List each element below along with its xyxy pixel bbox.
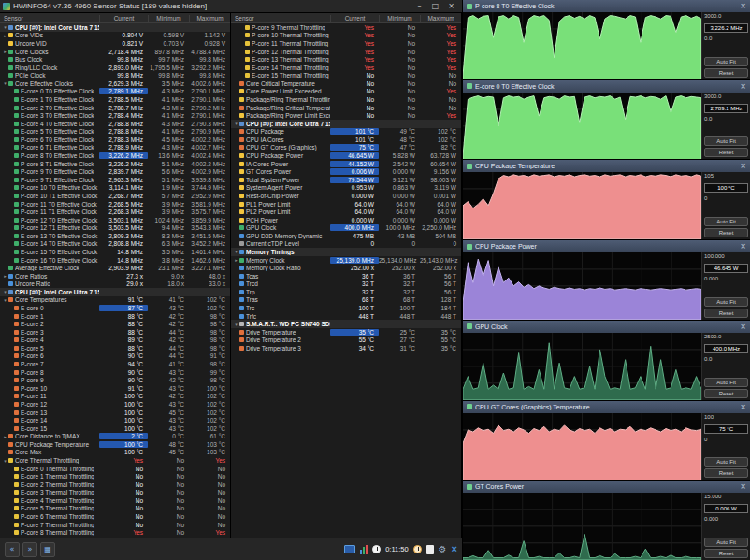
autofit-button[interactable]: Auto Fit <box>704 297 748 307</box>
expander-icon[interactable]: ▾ <box>2 458 8 464</box>
sensor-row[interactable]: P-core 10 Thermal ThrottlingYesNoYes <box>231 32 461 40</box>
graph-close-icon[interactable]: × <box>740 403 746 411</box>
sensor-row[interactable]: PL1 Power Limit64.0 W64.0 W64.0 W <box>231 200 461 208</box>
settings-gear-icon[interactable]: ⚙ <box>439 545 447 554</box>
sensor-row[interactable]: P-core 8 T0 Effective Clock3,226.2 MHz13… <box>0 151 230 160</box>
sensor-row[interactable]: P-core 11100 °C42 °C102 °C <box>0 393 230 401</box>
sensor-row[interactable]: P-core 6 T0 Effective Clock2,788.3 MHz4.… <box>0 136 230 144</box>
sensor-row[interactable]: ▸Core VIDs0.804 V0.598 V1.142 V <box>0 32 230 40</box>
sensor-row[interactable]: Memory Clock Ratio252.00 x252.00 x252.00… <box>231 264 461 272</box>
sensor-row[interactable]: ▸Core Distance to TjMAX2 °C0 °C61 °C <box>0 432 230 440</box>
sensor-row[interactable]: Current cTDP Level000 <box>231 240 461 249</box>
sensor-row[interactable]: System Agent Power0.953 W0.863 W3.119 W <box>231 184 461 193</box>
sensor-row[interactable]: Tcas36 T36 T56 T <box>231 272 461 280</box>
sensor-row[interactable]: Package/Ring Thermal ThrottlingNoNoNo <box>231 95 461 104</box>
graph-close-icon[interactable]: × <box>740 242 746 251</box>
reset-button[interactable]: Reset <box>704 309 748 318</box>
sensor-row[interactable]: ▸Memory Clock25,139.0 MHz25,134.0 MHz25,… <box>231 256 461 265</box>
sensor-row[interactable]: Drive Temperature 334 °C31 °C35 °C <box>231 344 461 352</box>
graph-close-icon[interactable]: × <box>740 2 746 10</box>
reset-button[interactable]: Reset <box>704 549 748 558</box>
sensor-row[interactable]: CPU Package101 °C49 °C102 °C <box>231 128 461 136</box>
expander-icon[interactable]: ▾ <box>2 297 8 303</box>
section-row[interactable]: ▾Memory Timings <box>231 248 461 256</box>
sensor-row[interactable]: Drive Temperature35 °C25 °C35 °C <box>231 328 461 337</box>
sensor-row[interactable]: Trcd32 T32 T56 T <box>231 280 461 289</box>
sensor-row[interactable]: P-core 690 °C44 °C91 °C <box>0 352 230 361</box>
expander-icon[interactable]: ▾ <box>2 289 8 294</box>
sensor-row[interactable]: PCH Power0.000 W0.000 W0.000 W <box>231 216 461 224</box>
expander-icon[interactable]: ▸ <box>233 257 239 263</box>
sensor-row[interactable]: E-core 087 °C43 °C102 °C <box>0 304 230 312</box>
sensor-row[interactable]: PL2 Power Limit64.0 W64.0 W64.0 W <box>231 208 461 216</box>
sensor-row[interactable]: PCIe Clock99.8 MHz99.8 MHz99.8 MHz <box>0 71 230 79</box>
sensor-row[interactable]: E-core 2 Thermal ThrottlingNoNoNo <box>0 481 230 489</box>
column-header-current[interactable]: Current <box>330 15 379 22</box>
column-header-sensor[interactable]: Sensor <box>231 15 330 22</box>
autofit-button[interactable]: Auto Fit <box>704 378 748 387</box>
sensor-row[interactable]: P-core 12100 °C43 °C102 °C <box>0 400 230 409</box>
sensor-row[interactable]: E-core 0 Thermal ThrottlingNoNoNo <box>0 465 230 473</box>
sensor-row[interactable]: IA Cores Power44.152 W2.542 W60.654 W <box>231 160 461 168</box>
sensor-row[interactable]: Ring/LLC Clock2,893.0 MHz1,795.5 MHz3,29… <box>0 64 230 72</box>
sensor-row[interactable]: Drive Temperature 255 °C27 °C55 °C <box>231 337 461 345</box>
column-header-maximum[interactable]: Maximum <box>420 15 461 22</box>
graph-titlebar[interactable]: CPU Package Power × <box>463 240 750 252</box>
sensor-row[interactable]: Package/Ring Critical TemperatureNoNoNo <box>231 104 461 112</box>
sensor-row[interactable]: E-core 13 Thermal ThrottlingYesNoYes <box>231 55 461 64</box>
expander-icon[interactable]: ▾ <box>2 80 8 86</box>
sensor-row[interactable]: P-core 9 Thermal ThrottlingYesNoYes <box>231 23 461 32</box>
sensor-row[interactable]: E-core 13 T0 Effective Clock2,809.3 MHz8… <box>0 232 230 240</box>
sensor-row[interactable]: E-core 15 Thermal ThrottlingNoNoNo <box>231 71 461 79</box>
sensor-row[interactable]: P-core 1091 °C43 °C100 °C <box>0 384 230 393</box>
sensor-row[interactable]: P-core 8 Thermal ThrottlingYesNoYes <box>0 528 230 537</box>
titlebar[interactable]: HWiNFO64 v7.36-4960 Sensor Status [189 v… <box>0 0 462 13</box>
expander-icon[interactable]: ▾ <box>2 24 8 30</box>
sensor-row[interactable]: E-core 5 T0 Effective Clock2,788.8 MHz4.… <box>0 128 230 136</box>
sensor-row[interactable]: E-core 188 °C42 °C98 °C <box>0 312 230 321</box>
sensor-row[interactable]: CPU IA Cores101 °C48 °C102 °C <box>231 136 461 144</box>
sensor-row[interactable]: P-core 12 T0 Effective Clock3,503.1 MHz1… <box>0 216 230 224</box>
sensor-row[interactable]: ▾Core Temperatures91 °C41 °C102 °C <box>0 296 230 305</box>
exit-icon[interactable]: × <box>452 544 457 554</box>
sensor-row[interactable]: GPU Clock400.0 MHz100.0 MHz2,250.0 MHz <box>231 223 461 232</box>
sensor-row[interactable]: E-core 4 Thermal ThrottlingNoNoNo <box>0 496 230 505</box>
sensor-row[interactable]: P-core 10 T0 Effective Clock3,114.1 MHz1… <box>0 184 230 193</box>
sensor-row[interactable]: CPU Package Power46.645 W5.828 W63.728 W <box>231 151 461 160</box>
alarm-clock-icon[interactable] <box>413 545 422 553</box>
section-row[interactable]: ▾CPU [#0]: Intel Core Ultra 7 155H <box>0 23 230 32</box>
sensor-row[interactable]: P-core 8 T1 Effective Clock3,226.2 MHz5.… <box>0 160 230 168</box>
expander-icon[interactable]: ▸ <box>2 33 8 38</box>
sensor-row[interactable]: E-core 16 T0 Effective Clock14.8 MHz3.8 … <box>0 256 230 265</box>
graph-titlebar[interactable]: GT Cores Power × <box>463 481 750 493</box>
sensor-row[interactable]: P-core 794 °C41 °C98 °C <box>0 360 230 368</box>
sensor-row[interactable]: E-core 4 T0 Effective Clock2,788.8 MHz4.… <box>0 120 230 128</box>
sensor-row[interactable]: E-core 15100 °C43 °C102 °C <box>0 424 230 433</box>
column-header-minimum[interactable]: Minimum <box>148 15 189 22</box>
monitor-icon[interactable] <box>344 545 355 553</box>
sensor-row[interactable]: P-core 9 T1 Effective Clock2,963.3 MHz5.… <box>0 176 230 184</box>
sensor-row[interactable]: P-core 11 T1 Effective Clock2,268.3 MHz3… <box>0 208 230 216</box>
sensor-row[interactable]: Uncore VID0.821 V0.703 V0.928 V <box>0 39 230 48</box>
section-row[interactable]: ▾CPU [#0]: Intel Core Ultra 7 155H: DTS <box>0 288 230 296</box>
expander-icon[interactable]: ▾ <box>233 121 239 126</box>
sensor-row[interactable]: Core Critical TemperatureNoNoNo <box>231 79 461 88</box>
sensor-row[interactable]: E-core 388 °C44 °C98 °C <box>0 328 230 337</box>
sensor-row[interactable]: Bus Clock99.8 MHz99.7 MHz99.8 MHz <box>0 55 230 64</box>
section-row[interactable]: ▾S.M.A.R.T.: WD PC SN740 SDDQNQD-1T00... <box>231 320 461 328</box>
column-header-current[interactable]: Current <box>99 15 148 22</box>
sensor-row[interactable]: P-core 12 Thermal ThrottlingYesNoYes <box>231 48 461 56</box>
graph-close-icon[interactable]: × <box>740 82 746 91</box>
sensor-row[interactable]: ▸Core Ratios27.3 x9.0 x48.0 x <box>0 272 230 280</box>
nav-back-button[interactable]: « <box>5 542 20 557</box>
expander-icon[interactable]: ▸ <box>2 49 8 54</box>
sensor-row[interactable]: Trp32 T32 T56 T <box>231 288 461 296</box>
sensor-row[interactable]: P-core 11 Thermal ThrottlingYesNoYes <box>231 39 461 48</box>
sensor-row[interactable]: P-core 6 Thermal ThrottlingNoNoNo <box>0 512 230 521</box>
sensor-row[interactable]: GPU D3D Memory Dynamic475 MB43 MB504 MB <box>231 232 461 240</box>
graph-close-icon[interactable]: × <box>740 323 746 331</box>
section-row[interactable]: ▾CPU [#0]: Intel Core Ultra 7 155H: Enha… <box>231 120 461 128</box>
sensor-row[interactable]: ▾Core Thermal ThrottlingYesNoYes <box>0 456 230 465</box>
nav-forward-button[interactable]: » <box>22 542 37 557</box>
sensor-row[interactable]: E-core 13100 °C45 °C102 °C <box>0 409 230 417</box>
